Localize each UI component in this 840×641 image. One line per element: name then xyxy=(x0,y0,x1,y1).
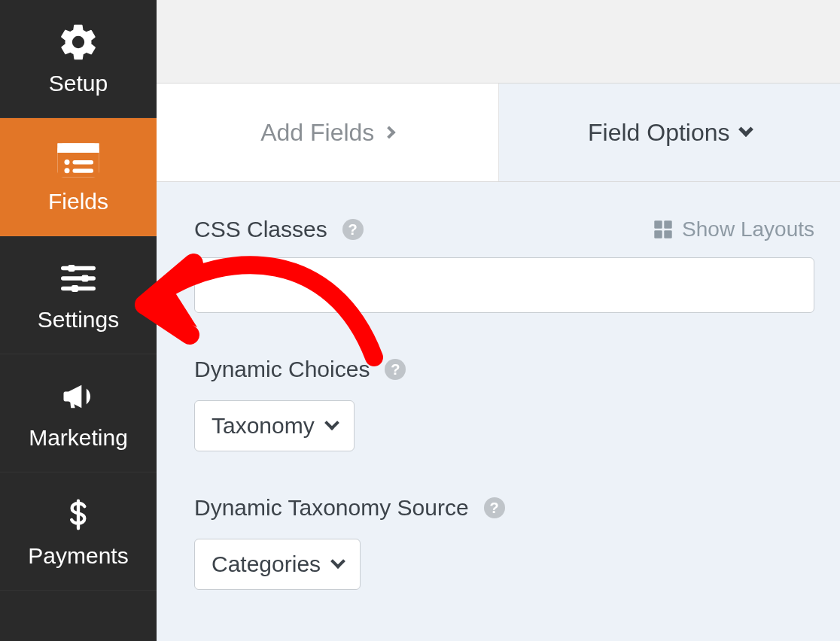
chevron-down-icon xyxy=(324,415,339,430)
secondary-tabs: Add Fields Field Options xyxy=(157,84,840,182)
gear-icon xyxy=(52,20,105,65)
sliders-icon xyxy=(52,256,105,301)
select-value: Categories xyxy=(212,551,321,577)
sidebar-item-payments[interactable]: Payments xyxy=(0,472,157,591)
tab-label: Add Fields xyxy=(260,119,374,147)
dynamic-choices-select[interactable]: Taxonomy xyxy=(194,400,355,451)
help-icon[interactable]: ? xyxy=(385,359,406,380)
sidebar-item-label: Payments xyxy=(28,543,128,569)
sidebar-item-label: Settings xyxy=(38,307,119,333)
dollar-icon xyxy=(52,492,105,537)
svg-rect-8 xyxy=(68,265,75,272)
sidebar: Setup Fields Settings Marketing Payments xyxy=(0,0,157,641)
top-bar xyxy=(157,0,840,84)
tab-field-options[interactable]: Field Options xyxy=(499,84,841,181)
sidebar-item-fields[interactable]: Fields xyxy=(0,118,157,236)
svg-rect-9 xyxy=(82,275,89,282)
svg-rect-11 xyxy=(654,220,662,228)
chevron-right-icon xyxy=(383,126,396,139)
field-options-panel: CSS Classes ? Show Layouts Dynamic Choic… xyxy=(157,182,840,641)
svg-rect-7 xyxy=(73,169,94,173)
sidebar-item-label: Marketing xyxy=(29,425,128,451)
grid-icon xyxy=(653,220,673,239)
dynamic-taxonomy-source-label: Dynamic Taxonomy Source xyxy=(194,495,469,521)
show-layouts-label: Show Layouts xyxy=(682,217,814,242)
help-icon[interactable]: ? xyxy=(484,497,505,518)
svg-rect-13 xyxy=(654,230,662,238)
svg-point-4 xyxy=(65,159,70,165)
css-classes-input[interactable] xyxy=(194,257,814,313)
sidebar-item-marketing[interactable]: Marketing xyxy=(0,354,157,472)
sidebar-item-settings[interactable]: Settings xyxy=(0,236,157,354)
show-layouts-button[interactable]: Show Layouts xyxy=(653,217,814,242)
svg-point-6 xyxy=(65,168,70,173)
svg-rect-10 xyxy=(72,285,78,292)
select-value: Taxonomy xyxy=(212,413,315,439)
tab-label: Field Options xyxy=(588,119,730,147)
sidebar-item-label: Fields xyxy=(48,189,108,214)
sidebar-item-setup[interactable]: Setup xyxy=(0,0,157,118)
svg-rect-12 xyxy=(664,220,671,228)
svg-rect-5 xyxy=(73,160,94,165)
tab-add-fields[interactable]: Add Fields xyxy=(157,84,499,181)
css-classes-header: CSS Classes ? Show Layouts xyxy=(194,217,814,242)
form-list-icon xyxy=(52,138,105,183)
dynamic-taxonomy-source-select[interactable]: Categories xyxy=(194,539,361,590)
dynamic-choices-label: Dynamic Choices xyxy=(194,357,370,382)
main-area: Add Fields Field Options CSS Classes ? S… xyxy=(157,0,840,641)
sidebar-item-label: Setup xyxy=(49,71,108,96)
chevron-down-icon xyxy=(738,122,753,137)
help-icon[interactable]: ? xyxy=(342,219,364,240)
svg-rect-14 xyxy=(664,230,671,238)
chevron-down-icon xyxy=(330,554,345,569)
megaphone-icon xyxy=(52,374,105,419)
svg-rect-2 xyxy=(58,153,99,178)
css-classes-label: CSS Classes xyxy=(194,217,327,242)
